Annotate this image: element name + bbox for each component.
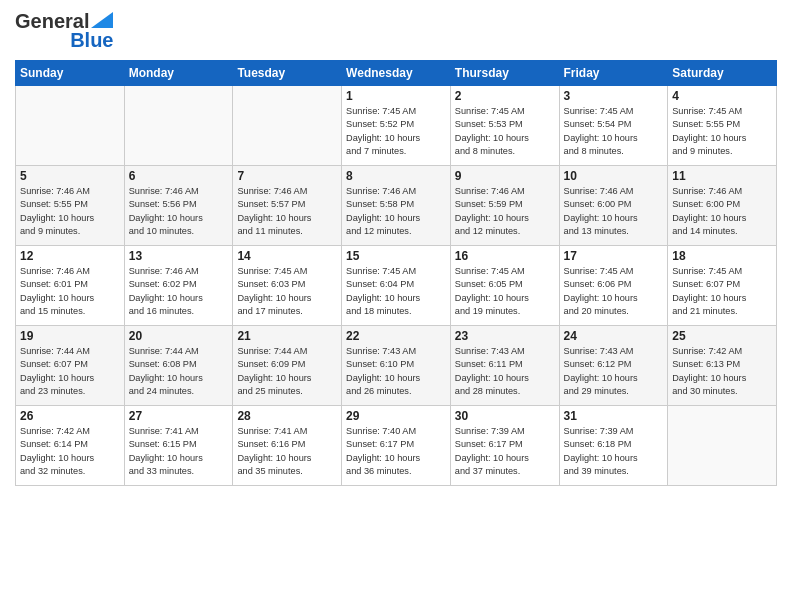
calendar-cell: 22Sunrise: 7:43 AM Sunset: 6:10 PM Dayli…: [342, 326, 451, 406]
day-info: Sunrise: 7:46 AM Sunset: 5:55 PM Dayligh…: [20, 185, 120, 238]
week-row: 1Sunrise: 7:45 AM Sunset: 5:52 PM Daylig…: [16, 86, 777, 166]
calendar-cell: 24Sunrise: 7:43 AM Sunset: 6:12 PM Dayli…: [559, 326, 668, 406]
day-number: 5: [20, 169, 120, 183]
day-info: Sunrise: 7:46 AM Sunset: 5:57 PM Dayligh…: [237, 185, 337, 238]
day-info: Sunrise: 7:46 AM Sunset: 6:00 PM Dayligh…: [564, 185, 664, 238]
day-info: Sunrise: 7:45 AM Sunset: 6:05 PM Dayligh…: [455, 265, 555, 318]
day-info: Sunrise: 7:44 AM Sunset: 6:08 PM Dayligh…: [129, 345, 229, 398]
calendar-cell: 3Sunrise: 7:45 AM Sunset: 5:54 PM Daylig…: [559, 86, 668, 166]
calendar-container: General Blue SundayMondayTuesdayWednesda…: [0, 0, 792, 612]
day-number: 11: [672, 169, 772, 183]
day-number: 3: [564, 89, 664, 103]
weekday-header-monday: Monday: [124, 61, 233, 86]
calendar-cell: 25Sunrise: 7:42 AM Sunset: 6:13 PM Dayli…: [668, 326, 777, 406]
weekday-header-friday: Friday: [559, 61, 668, 86]
calendar-cell: 10Sunrise: 7:46 AM Sunset: 6:00 PM Dayli…: [559, 166, 668, 246]
day-info: Sunrise: 7:45 AM Sunset: 5:52 PM Dayligh…: [346, 105, 446, 158]
day-number: 21: [237, 329, 337, 343]
day-info: Sunrise: 7:45 AM Sunset: 5:55 PM Dayligh…: [672, 105, 772, 158]
day-info: Sunrise: 7:45 AM Sunset: 5:53 PM Dayligh…: [455, 105, 555, 158]
calendar-body: 1Sunrise: 7:45 AM Sunset: 5:52 PM Daylig…: [16, 86, 777, 486]
day-info: Sunrise: 7:43 AM Sunset: 6:10 PM Dayligh…: [346, 345, 446, 398]
day-info: Sunrise: 7:46 AM Sunset: 6:00 PM Dayligh…: [672, 185, 772, 238]
day-info: Sunrise: 7:39 AM Sunset: 6:17 PM Dayligh…: [455, 425, 555, 478]
day-info: Sunrise: 7:41 AM Sunset: 6:16 PM Dayligh…: [237, 425, 337, 478]
day-info: Sunrise: 7:42 AM Sunset: 6:13 PM Dayligh…: [672, 345, 772, 398]
calendar-cell: 21Sunrise: 7:44 AM Sunset: 6:09 PM Dayli…: [233, 326, 342, 406]
day-info: Sunrise: 7:45 AM Sunset: 6:07 PM Dayligh…: [672, 265, 772, 318]
calendar-cell: 15Sunrise: 7:45 AM Sunset: 6:04 PM Dayli…: [342, 246, 451, 326]
day-info: Sunrise: 7:46 AM Sunset: 5:56 PM Dayligh…: [129, 185, 229, 238]
logo-icon: [91, 12, 113, 28]
week-row: 12Sunrise: 7:46 AM Sunset: 6:01 PM Dayli…: [16, 246, 777, 326]
calendar-cell: 14Sunrise: 7:45 AM Sunset: 6:03 PM Dayli…: [233, 246, 342, 326]
calendar-cell: 17Sunrise: 7:45 AM Sunset: 6:06 PM Dayli…: [559, 246, 668, 326]
day-info: Sunrise: 7:44 AM Sunset: 6:07 PM Dayligh…: [20, 345, 120, 398]
day-info: Sunrise: 7:42 AM Sunset: 6:14 PM Dayligh…: [20, 425, 120, 478]
week-row: 26Sunrise: 7:42 AM Sunset: 6:14 PM Dayli…: [16, 406, 777, 486]
day-info: Sunrise: 7:39 AM Sunset: 6:18 PM Dayligh…: [564, 425, 664, 478]
day-info: Sunrise: 7:45 AM Sunset: 6:03 PM Dayligh…: [237, 265, 337, 318]
weekday-header-saturday: Saturday: [668, 61, 777, 86]
week-row: 5Sunrise: 7:46 AM Sunset: 5:55 PM Daylig…: [16, 166, 777, 246]
calendar-cell: 8Sunrise: 7:46 AM Sunset: 5:58 PM Daylig…: [342, 166, 451, 246]
day-number: 10: [564, 169, 664, 183]
calendar-cell: 12Sunrise: 7:46 AM Sunset: 6:01 PM Dayli…: [16, 246, 125, 326]
calendar-cell: 29Sunrise: 7:40 AM Sunset: 6:17 PM Dayli…: [342, 406, 451, 486]
weekday-header-thursday: Thursday: [450, 61, 559, 86]
day-number: 7: [237, 169, 337, 183]
logo-blue: Blue: [70, 29, 113, 52]
header: General Blue: [15, 10, 777, 52]
day-number: 15: [346, 249, 446, 263]
day-number: 27: [129, 409, 229, 423]
day-number: 17: [564, 249, 664, 263]
calendar-cell: [233, 86, 342, 166]
calendar-cell: 13Sunrise: 7:46 AM Sunset: 6:02 PM Dayli…: [124, 246, 233, 326]
day-number: 6: [129, 169, 229, 183]
day-number: 13: [129, 249, 229, 263]
calendar-cell: 26Sunrise: 7:42 AM Sunset: 6:14 PM Dayli…: [16, 406, 125, 486]
day-info: Sunrise: 7:45 AM Sunset: 5:54 PM Dayligh…: [564, 105, 664, 158]
day-number: 29: [346, 409, 446, 423]
calendar-cell: 18Sunrise: 7:45 AM Sunset: 6:07 PM Dayli…: [668, 246, 777, 326]
day-number: 23: [455, 329, 555, 343]
calendar-cell: [16, 86, 125, 166]
calendar-cell: 7Sunrise: 7:46 AM Sunset: 5:57 PM Daylig…: [233, 166, 342, 246]
day-number: 28: [237, 409, 337, 423]
day-info: Sunrise: 7:40 AM Sunset: 6:17 PM Dayligh…: [346, 425, 446, 478]
calendar-cell: 30Sunrise: 7:39 AM Sunset: 6:17 PM Dayli…: [450, 406, 559, 486]
calendar-table: SundayMondayTuesdayWednesdayThursdayFrid…: [15, 60, 777, 486]
calendar-cell: 19Sunrise: 7:44 AM Sunset: 6:07 PM Dayli…: [16, 326, 125, 406]
calendar-cell: 9Sunrise: 7:46 AM Sunset: 5:59 PM Daylig…: [450, 166, 559, 246]
day-number: 30: [455, 409, 555, 423]
weekday-header-sunday: Sunday: [16, 61, 125, 86]
day-number: 25: [672, 329, 772, 343]
day-number: 9: [455, 169, 555, 183]
calendar-cell: [668, 406, 777, 486]
day-number: 19: [20, 329, 120, 343]
day-info: Sunrise: 7:46 AM Sunset: 5:58 PM Dayligh…: [346, 185, 446, 238]
day-info: Sunrise: 7:46 AM Sunset: 6:02 PM Dayligh…: [129, 265, 229, 318]
calendar-cell: 4Sunrise: 7:45 AM Sunset: 5:55 PM Daylig…: [668, 86, 777, 166]
logo: General Blue: [15, 10, 113, 52]
calendar-cell: 2Sunrise: 7:45 AM Sunset: 5:53 PM Daylig…: [450, 86, 559, 166]
day-number: 8: [346, 169, 446, 183]
day-number: 18: [672, 249, 772, 263]
calendar-cell: 28Sunrise: 7:41 AM Sunset: 6:16 PM Dayli…: [233, 406, 342, 486]
day-number: 2: [455, 89, 555, 103]
day-info: Sunrise: 7:43 AM Sunset: 6:12 PM Dayligh…: [564, 345, 664, 398]
day-info: Sunrise: 7:41 AM Sunset: 6:15 PM Dayligh…: [129, 425, 229, 478]
calendar-cell: 11Sunrise: 7:46 AM Sunset: 6:00 PM Dayli…: [668, 166, 777, 246]
day-info: Sunrise: 7:45 AM Sunset: 6:04 PM Dayligh…: [346, 265, 446, 318]
day-number: 31: [564, 409, 664, 423]
day-number: 26: [20, 409, 120, 423]
day-number: 22: [346, 329, 446, 343]
day-number: 20: [129, 329, 229, 343]
calendar-cell: [124, 86, 233, 166]
calendar-cell: 6Sunrise: 7:46 AM Sunset: 5:56 PM Daylig…: [124, 166, 233, 246]
day-number: 14: [237, 249, 337, 263]
day-info: Sunrise: 7:45 AM Sunset: 6:06 PM Dayligh…: [564, 265, 664, 318]
day-number: 12: [20, 249, 120, 263]
day-info: Sunrise: 7:46 AM Sunset: 5:59 PM Dayligh…: [455, 185, 555, 238]
day-number: 4: [672, 89, 772, 103]
